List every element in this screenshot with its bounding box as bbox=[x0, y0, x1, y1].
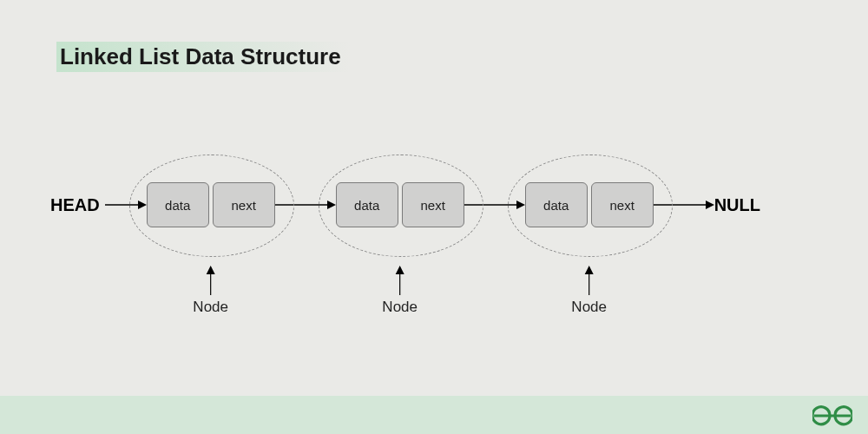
arrow-icon bbox=[464, 196, 525, 214]
arrow-up-icon bbox=[394, 266, 406, 295]
node-label-group: Node bbox=[571, 266, 607, 316]
svg-marker-7 bbox=[396, 266, 404, 274]
head-label: HEAD bbox=[50, 195, 100, 215]
node-label: Node bbox=[193, 299, 228, 316]
svg-marker-5 bbox=[327, 201, 336, 209]
arrow-icon bbox=[275, 196, 336, 214]
next-cell: next bbox=[402, 182, 464, 227]
node-label-group: Node bbox=[193, 266, 228, 316]
arrow-icon bbox=[100, 196, 147, 214]
svg-marker-11 bbox=[585, 266, 594, 274]
svg-marker-13 bbox=[706, 201, 714, 209]
node-label: Node bbox=[571, 299, 607, 316]
node-label-group: Node bbox=[382, 266, 418, 316]
arrow-up-icon bbox=[205, 266, 217, 295]
data-cell: data bbox=[336, 182, 398, 227]
svg-marker-9 bbox=[516, 201, 525, 209]
diagram-title: Linked List Data Structure bbox=[60, 43, 341, 69]
node-1: data next Node bbox=[147, 182, 275, 227]
next-cell: next bbox=[213, 182, 275, 227]
node-box: data next bbox=[147, 182, 275, 227]
arrow-icon bbox=[654, 196, 714, 214]
node-box: data next bbox=[525, 182, 654, 227]
linked-list-diagram: HEAD data next Node data next bbox=[50, 182, 760, 227]
footer-bar bbox=[0, 396, 868, 434]
node-3: data next Node bbox=[525, 182, 654, 227]
node-label: Node bbox=[382, 299, 418, 316]
data-cell: data bbox=[525, 182, 588, 227]
title-highlight: Linked List Data Structure bbox=[56, 42, 350, 72]
node-2: data next Node bbox=[336, 182, 464, 227]
null-label: NULL bbox=[714, 195, 760, 215]
arrow-up-icon bbox=[583, 266, 595, 295]
geeksforgeeks-logo-icon bbox=[812, 401, 852, 431]
svg-marker-1 bbox=[138, 201, 147, 209]
next-cell: next bbox=[591, 182, 654, 227]
svg-marker-3 bbox=[207, 266, 215, 274]
title-container: Linked List Data Structure bbox=[56, 42, 350, 72]
data-cell: data bbox=[147, 182, 209, 227]
node-box: data next bbox=[336, 182, 464, 227]
